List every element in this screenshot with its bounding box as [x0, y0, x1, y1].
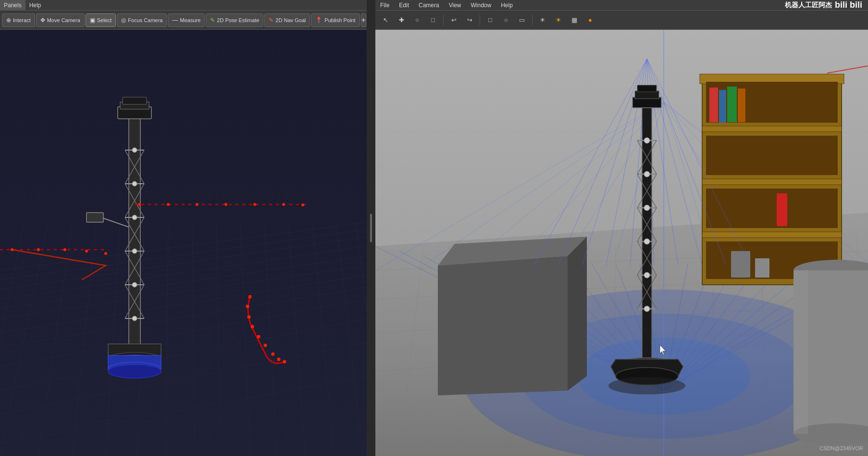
svg-point-198 — [644, 306, 650, 312]
svg-point-70 — [138, 203, 141, 206]
svg-point-195 — [644, 205, 650, 211]
watermark: CSDN@2345VOR — [819, 445, 863, 451]
left-grid-svg — [0, 30, 367, 456]
svg-point-68 — [85, 250, 88, 253]
interact-button[interactable]: ⊕ Interact — [2, 13, 35, 27]
publish-point-icon: 📍 — [315, 17, 322, 24]
interact-icon: ⊕ — [6, 17, 11, 24]
view-menu[interactable]: View — [444, 0, 466, 10]
right-viewport[interactable]: CSDN@2345VOR — [375, 30, 868, 456]
svg-point-78 — [246, 305, 249, 308]
svg-rect-173 — [642, 107, 652, 362]
focus-camera-button[interactable]: ◎ Focus Camera — [117, 13, 167, 27]
light-button[interactable]: ☀ — [535, 13, 550, 27]
svg-rect-152 — [709, 88, 718, 122]
svg-point-85 — [283, 360, 286, 364]
flat-mode-button[interactable]: ▭ — [515, 13, 529, 27]
svg-point-73 — [224, 203, 227, 206]
svg-point-67 — [63, 248, 66, 251]
measure-button[interactable]: — Measure — [168, 13, 205, 27]
right-toolbar: ↖ ✚ ○ □ ↩ ↪ □ ○ ▭ ☀ ☀ ▦ ● — [375, 11, 868, 30]
svg-point-193 — [644, 138, 650, 143]
right-menubar: File Edit Camera View Window Help 机器人工匠阿… — [375, 0, 868, 11]
svg-rect-153 — [719, 90, 726, 123]
right-viewport-svg — [375, 30, 868, 456]
svg-point-65 — [11, 248, 13, 251]
left-viewport[interactable] — [0, 30, 367, 456]
select-button[interactable]: ▣ Select — [86, 13, 116, 27]
svg-point-71 — [167, 203, 170, 206]
measure-icon: — — [172, 17, 178, 24]
add-tool-btn2[interactable]: ✚ — [394, 13, 409, 27]
divider-handle — [370, 214, 372, 242]
grid-button[interactable]: ▦ — [567, 13, 582, 27]
svg-rect-157 — [731, 251, 750, 278]
redo-button[interactable]: ↪ — [462, 13, 477, 27]
light2-button[interactable]: ☀ — [551, 13, 566, 27]
svg-point-49 — [132, 181, 137, 186]
publish-point-button[interactable]: 📍 Publish Point — [311, 13, 360, 27]
svg-rect-145 — [702, 126, 842, 132]
panels-menu[interactable]: Panels — [0, 0, 25, 10]
svg-marker-140 — [438, 256, 568, 395]
svg-point-69 — [104, 252, 107, 255]
add-tool-button[interactable]: + — [361, 13, 366, 27]
svg-rect-156 — [777, 193, 787, 226]
help-menu-left[interactable]: Help — [25, 0, 45, 10]
svg-rect-162 — [794, 270, 808, 434]
svg-rect-155 — [738, 89, 745, 122]
move-camera-button[interactable]: ✥ Move Camera — [36, 13, 85, 27]
panel-divider[interactable] — [367, 0, 375, 456]
svg-point-194 — [644, 171, 650, 177]
window-menu[interactable]: Window — [466, 0, 496, 10]
nav-goal-button[interactable]: ✎ 2D Nav Goal — [264, 13, 310, 27]
help-menu-right[interactable]: Help — [496, 0, 518, 10]
svg-rect-47 — [123, 97, 147, 104]
svg-point-51 — [132, 249, 137, 253]
svg-point-84 — [277, 358, 281, 361]
select-tool-button[interactable]: ↖ — [378, 13, 393, 27]
svg-point-83 — [272, 353, 275, 356]
svg-rect-192 — [637, 85, 657, 92]
left-menubar: Panels Help — [0, 0, 367, 11]
edit-menu[interactable]: Edit — [394, 0, 414, 10]
svg-rect-158 — [755, 258, 769, 278]
svg-point-202 — [608, 377, 685, 394]
svg-rect-147 — [702, 232, 842, 238]
svg-point-52 — [132, 282, 137, 287]
rect-select-button[interactable]: □ — [426, 13, 440, 27]
svg-point-75 — [282, 203, 285, 206]
svg-point-80 — [251, 325, 254, 329]
file-menu[interactable]: File — [375, 0, 394, 10]
svg-point-197 — [644, 272, 650, 278]
svg-point-66 — [37, 248, 40, 251]
focus-camera-icon: ◎ — [121, 17, 126, 24]
svg-point-74 — [253, 203, 256, 206]
svg-rect-55 — [87, 213, 103, 222]
svg-point-76 — [301, 203, 304, 206]
camera-menu[interactable]: Camera — [414, 0, 444, 10]
svg-rect-150 — [706, 189, 838, 228]
toolbar-sep-1 — [443, 14, 444, 26]
pose-estimate-button[interactable]: ✎ 2D Pose Estimate — [206, 13, 263, 27]
bilibili-icon: bili bili — [835, 0, 862, 10]
box-mode-button[interactable]: □ — [483, 13, 497, 27]
sphere-mode-button[interactable]: ○ — [499, 13, 513, 27]
svg-rect-154 — [727, 87, 737, 122]
svg-point-48 — [132, 148, 137, 152]
svg-point-81 — [257, 335, 260, 339]
svg-point-50 — [132, 215, 137, 220]
circle-select-button[interactable]: ○ — [410, 13, 424, 27]
toolbar-sep-2 — [480, 14, 480, 26]
svg-point-62 — [108, 365, 161, 378]
svg-point-79 — [248, 316, 251, 319]
nav-goal-icon: ✎ — [269, 17, 273, 24]
logo-text: 机器人工匠阿杰 — [785, 1, 832, 10]
dot-button[interactable]: ● — [583, 13, 597, 27]
svg-point-77 — [248, 295, 252, 299]
logo-area: 机器人工匠阿杰 bili bili — [779, 0, 868, 10]
pose-estimate-icon: ✎ — [210, 17, 215, 24]
svg-point-196 — [644, 239, 650, 244]
svg-point-53 — [132, 316, 137, 321]
undo-button[interactable]: ↩ — [446, 13, 461, 27]
